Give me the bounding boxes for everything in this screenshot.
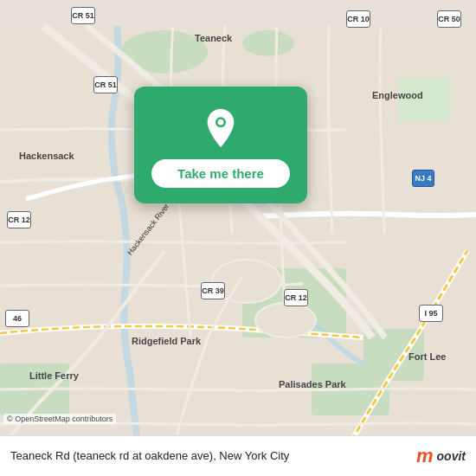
location-pin-icon (200, 107, 241, 149)
nj-badge-4: NJ 4 (412, 170, 434, 187)
cr-badge-12-left: CR 12 (7, 211, 31, 228)
moovit-logo: m oovit (416, 445, 466, 467)
cr-badge-i95: I 95 (419, 305, 443, 322)
address-text: Teaneck Rd (teaneck rd at oakdene ave), … (10, 448, 416, 464)
map-container: Teaneck Englewood Hackensack Ridgefield … (0, 0, 476, 476)
svg-rect-7 (398, 78, 450, 121)
take-me-there-button[interactable]: Take me there (151, 159, 290, 188)
cr-badge-50: CR 50 (437, 10, 461, 28)
cr-badge-39: CR 39 (201, 282, 225, 299)
popup-card: Take me there (134, 87, 307, 203)
svg-point-11 (218, 119, 224, 125)
svg-point-9 (255, 303, 316, 338)
cr-badge-12-right: CR 12 (284, 289, 308, 306)
cr-badge-10: CR 10 (346, 10, 370, 28)
moovit-m-letter: m (416, 445, 434, 467)
moovit-wordmark: oovit (437, 449, 466, 463)
bottom-bar: Teaneck Rd (teaneck rd at oakdene ave), … (0, 435, 476, 476)
cr-badge-51-mid: CR 51 (93, 76, 118, 93)
map-svg (0, 0, 476, 476)
osm-attribution: © OpenStreetMap contributors (3, 414, 116, 424)
svg-point-6 (242, 30, 294, 56)
cr-badge-51-top: CR 51 (71, 7, 95, 24)
cr-badge-46: 46 (5, 310, 29, 327)
